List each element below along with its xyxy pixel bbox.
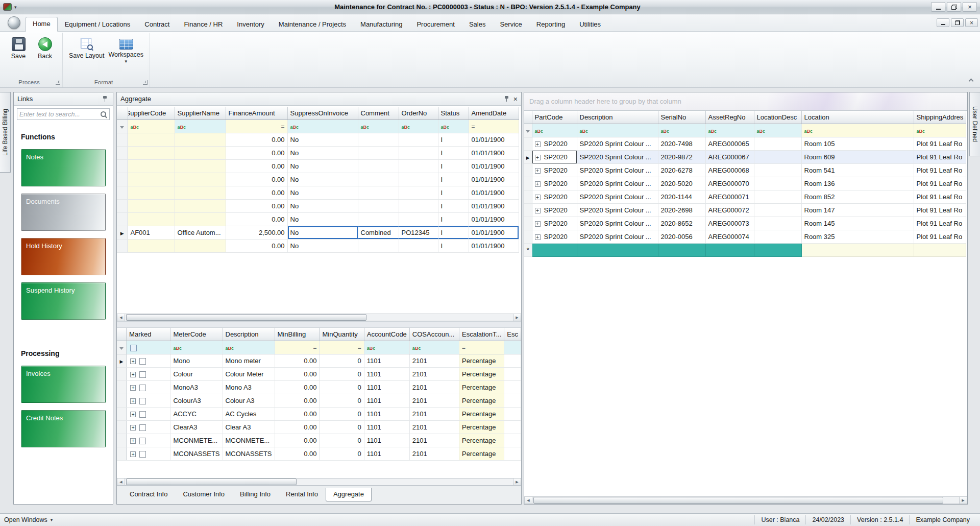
minimize-button[interactable] (931, 2, 945, 12)
cell-supplierCode[interactable] (128, 239, 175, 252)
cell-shipping[interactable]: Plot 91 Leaf Ro (914, 137, 966, 150)
cell-location[interactable]: Room 852 (801, 190, 914, 203)
cell-esc[interactable] (504, 434, 521, 447)
cell-location[interactable] (801, 243, 914, 256)
cell-supplierName[interactable] (175, 146, 226, 159)
scroll-right-arrow[interactable]: ▶ (513, 479, 521, 485)
cell-minQuantity[interactable]: 0 (320, 354, 364, 367)
scroll-right-arrow[interactable]: ▶ (959, 497, 967, 504)
filter-cell-minBilling[interactable]: = (275, 341, 320, 354)
cell-comment[interactable] (358, 159, 399, 173)
grid-row[interactable]: ▶MonoMono meter0.00011012101Percentage (117, 354, 521, 367)
save-layout-button[interactable]: Save Layout (67, 35, 107, 61)
cell-description[interactable]: Mono A3 (223, 380, 275, 394)
ribbon-tab[interactable]: Sales (462, 17, 493, 32)
cell-financeAmount[interactable]: 0.00 (226, 133, 287, 146)
cell-amendDate[interactable]: 01/01/1900 (469, 159, 519, 173)
cell-cosAccount[interactable]: 2101 (409, 354, 459, 367)
filter-cell-location[interactable]: aBc (801, 124, 914, 137)
expand-icon[interactable] (535, 181, 541, 187)
mdi-restore-button[interactable] (951, 18, 964, 27)
bottom-tab[interactable]: Aggregate (326, 488, 372, 501)
cell-meterCode[interactable]: MCONASSETS (170, 447, 223, 460)
ribbon-tab[interactable]: Service (493, 17, 529, 32)
checkbox[interactable] (139, 424, 146, 431)
cell-orderNo[interactable] (399, 199, 438, 212)
column-header-serialNo[interactable]: SerialNo (658, 111, 705, 124)
grid-row[interactable]: 0.00NoI01/01/1900 (117, 199, 519, 212)
horizontal-scrollbar[interactable]: ◀ ▶ (524, 496, 967, 504)
cell-financeAmount[interactable]: 2,500.00 (226, 226, 287, 239)
link-button[interactable]: Suspend History (21, 282, 106, 320)
cell-marked[interactable] (127, 447, 170, 460)
scrollbar-track[interactable] (125, 314, 513, 321)
cell-escalation[interactable]: Percentage (459, 354, 504, 367)
expand-icon[interactable] (535, 195, 541, 200)
link-button[interactable]: Documents (21, 194, 106, 231)
cell-supplierName[interactable] (175, 199, 226, 212)
cell-partCode[interactable]: SP2020 (532, 230, 577, 243)
bottom-tab[interactable]: Contract Info (122, 488, 175, 501)
scrollbar-track[interactable] (125, 479, 513, 485)
collapse-ribbon-button[interactable] (967, 77, 975, 84)
mdi-close-button[interactable]: × (965, 18, 978, 27)
cell-serialNo[interactable]: 2020-9872 (658, 150, 705, 163)
cell-locationDesc[interactable] (754, 230, 801, 243)
cell-locationDesc[interactable] (754, 150, 801, 163)
cell-location[interactable]: Room 105 (801, 137, 914, 150)
grid-row[interactable]: SP2020SP2020 Sprint Colour ...2020-0056A… (524, 230, 966, 243)
cell-supplierName[interactable] (175, 159, 226, 173)
cell-esc[interactable] (504, 420, 521, 434)
cell-assetRegNo[interactable]: AREG000070 (705, 177, 754, 190)
ribbon-tab[interactable]: Home (26, 17, 58, 32)
cell-serialNo[interactable]: 2020-7498 (658, 137, 705, 150)
cell-suppressOnInvoice[interactable]: No (287, 159, 358, 173)
cell-financeAmount[interactable]: 0.00 (226, 159, 287, 173)
cell-comment[interactable]: Combined (358, 226, 399, 239)
cell-accountCode[interactable]: 1101 (364, 434, 409, 447)
column-header-cosAccount[interactable]: COSAccoun... (409, 328, 459, 341)
cell-minQuantity[interactable]: 0 (320, 434, 364, 447)
cell-meterCode[interactable]: MCONMETE... (170, 434, 223, 447)
restore-button[interactable] (947, 2, 961, 12)
cell-escalation[interactable]: Percentage (459, 447, 504, 460)
grid-row[interactable]: SP2020SP2020 Sprint Colour ...2020-1144A… (524, 190, 966, 203)
cell-accountCode[interactable]: 1101 (364, 394, 409, 407)
checkbox[interactable] (139, 451, 146, 458)
cell-description[interactable]: MCONASSETS (223, 447, 275, 460)
cell-accountCode[interactable]: 1101 (364, 354, 409, 367)
dialog-launcher-icon[interactable] (56, 80, 60, 85)
link-button[interactable]: Hold History (21, 238, 106, 275)
ribbon-tab[interactable]: Maintenance / Projects (272, 17, 353, 32)
cell-escalation[interactable]: Percentage (459, 420, 504, 434)
open-windows-button[interactable]: Open Windows ▾ (4, 516, 53, 523)
cell-serialNo[interactable]: 2020-5020 (658, 177, 705, 190)
cell-location[interactable]: Room 136 (801, 177, 914, 190)
expand-icon[interactable] (535, 168, 541, 174)
cell-status[interactable]: I (438, 212, 469, 226)
cell-comment[interactable] (358, 239, 399, 252)
cell-locationDesc[interactable] (754, 137, 801, 150)
dialog-launcher-icon[interactable] (143, 80, 148, 85)
cell-description[interactable]: SP2020 Sprint Colour ... (577, 137, 658, 150)
grid-row[interactable]: ACCYCAC Cycles0.00011012101Percentage (117, 407, 521, 420)
save-button[interactable]: Save (5, 35, 32, 61)
cell-serialNo[interactable]: 2020-6278 (658, 163, 705, 177)
cell-locationDesc[interactable] (754, 243, 801, 256)
cell-financeAmount[interactable]: 0.00 (226, 146, 287, 159)
cell-orderNo[interactable] (399, 186, 438, 199)
cell-description[interactable]: SP2020 Sprint Colour ... (577, 150, 658, 163)
grid-row[interactable]: SP2020SP2020 Sprint Colour ...2020-5020A… (524, 177, 966, 190)
grid-row[interactable]: 0.00NoI01/01/1900 (117, 186, 519, 199)
column-header-assetRegNo[interactable]: AssetRegNo (705, 111, 754, 124)
cell-marked[interactable] (127, 420, 170, 434)
cell-accountCode[interactable]: 1101 (364, 407, 409, 420)
cell-comment[interactable] (358, 133, 399, 146)
cell-description[interactable]: Mono meter (223, 354, 275, 367)
cell-assetRegNo[interactable]: AREG000071 (705, 190, 754, 203)
link-button[interactable]: Credit Notes (21, 410, 106, 447)
checkbox[interactable] (139, 385, 146, 391)
cell-esc[interactable] (504, 394, 521, 407)
cell-supplierCode[interactable]: AF001 (128, 226, 175, 239)
cell-financeAmount[interactable]: 0.00 (226, 173, 287, 186)
